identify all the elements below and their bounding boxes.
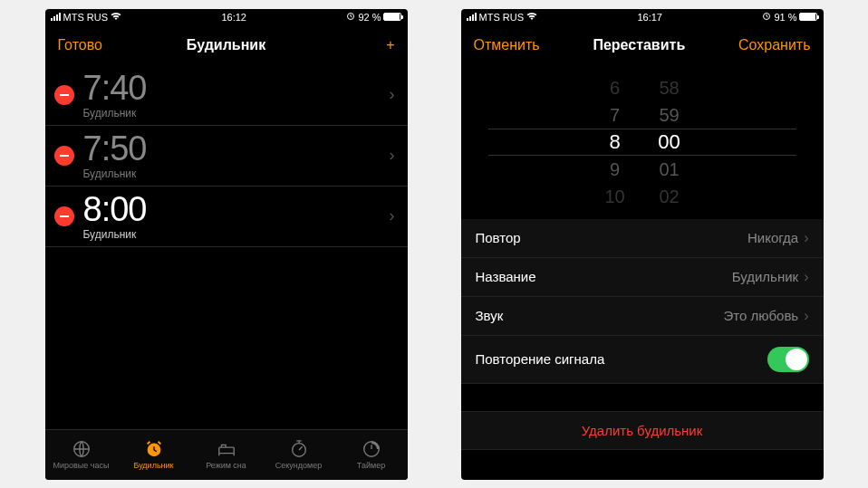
carrier: MTS RUS (479, 12, 525, 23)
snooze-toggle[interactable] (767, 347, 809, 372)
picker-minutes[interactable]: 58 59 00 01 02 (642, 74, 697, 210)
alarm-label: Будильник (83, 228, 390, 241)
setting-label[interactable]: Название Будильник› (461, 258, 824, 297)
alarm-row[interactable]: 7:50 Будильник › (45, 126, 408, 187)
chevron-right-icon: › (390, 206, 395, 225)
battery-icon (383, 13, 401, 21)
settings-list: Повтор Никогда› Название Будильник› Звук… (461, 219, 824, 384)
cancel-button[interactable]: Отменить (474, 37, 540, 53)
time-picker[interactable]: 6 7 8 9 10 58 59 00 01 02 (461, 65, 824, 219)
alarm-time: 8:00 (83, 192, 390, 226)
signal-icon (467, 13, 477, 21)
alarm-time: 7:50 (83, 131, 390, 166)
alarm-icon (144, 439, 164, 459)
setting-snooze: Повторение сигнала (461, 336, 824, 384)
chevron-right-icon: › (390, 146, 395, 165)
delete-icon[interactable] (54, 85, 74, 105)
status-time: 16:17 (637, 12, 662, 23)
done-button[interactable]: Готово (58, 37, 121, 53)
signal-icon (51, 13, 61, 21)
stopwatch-icon (289, 439, 309, 459)
wifi-icon (526, 12, 537, 23)
tab-alarm[interactable]: Будильник (118, 430, 190, 480)
chevron-right-icon: › (804, 269, 808, 285)
nav-bar: Готово Будильник + (45, 25, 408, 65)
alarm-time: 7:40 (83, 71, 390, 105)
phone-alarm-list: MTS RUS 16:12 92 % Готово Будильник + 7:… (45, 9, 408, 480)
battery-pct: 92 % (358, 12, 381, 23)
phone-alarm-edit: MTS RUS 16:17 91 % Отменить Переставить … (461, 9, 824, 480)
alarm-row[interactable]: 7:40 Будильник › (45, 65, 408, 126)
globe-icon (72, 439, 92, 459)
chevron-right-icon: › (804, 230, 808, 246)
timer-icon (362, 439, 381, 459)
alarm-label: Будильник (83, 107, 390, 120)
setting-sound[interactable]: Звук Это любовь› (461, 297, 824, 336)
nav-title: Будильник (187, 37, 265, 53)
tab-bar: Мировые часы Будильник Режим сна Секундо… (45, 429, 408, 480)
wifi-icon (111, 12, 121, 23)
chevron-right-icon: › (390, 85, 395, 104)
alarm-indicator-icon (346, 12, 355, 23)
picker-hours[interactable]: 6 7 8 9 10 (588, 74, 642, 210)
status-bar: MTS RUS 16:17 91 % (461, 9, 824, 25)
svg-point-4 (292, 444, 305, 457)
save-button[interactable]: Сохранить (738, 37, 811, 53)
delete-icon[interactable] (54, 206, 74, 226)
nav-bar: Отменить Переставить Сохранить (461, 25, 824, 65)
alarm-list: 7:40 Будильник › 7:50 Будильник › 8:00 Б… (45, 65, 408, 429)
tab-bedtime[interactable]: Режим сна (190, 430, 263, 480)
setting-repeat[interactable]: Повтор Никогда› (461, 219, 824, 258)
carrier: MTS RUS (63, 12, 109, 23)
svg-rect-3 (218, 447, 234, 453)
chevron-right-icon: › (804, 308, 808, 324)
tab-stopwatch[interactable]: Секундомер (263, 430, 335, 480)
tab-world-clock[interactable]: Мировые часы (45, 430, 118, 480)
add-alarm-button[interactable]: + (331, 38, 394, 53)
alarm-row[interactable]: 8:00 Будильник › (45, 187, 408, 247)
alarm-label: Будильник (83, 167, 390, 180)
status-bar: MTS RUS 16:12 92 % (45, 9, 408, 25)
bed-icon (217, 439, 236, 459)
nav-title: Переставить (593, 37, 685, 53)
battery-icon (799, 13, 817, 21)
tab-timer[interactable]: Таймер (335, 430, 408, 480)
alarm-indicator-icon (762, 12, 771, 23)
battery-pct: 91 % (774, 12, 796, 23)
status-time: 16:12 (221, 12, 246, 23)
delete-alarm-button[interactable]: Удалить будильник (461, 411, 824, 450)
delete-icon[interactable] (54, 146, 74, 166)
